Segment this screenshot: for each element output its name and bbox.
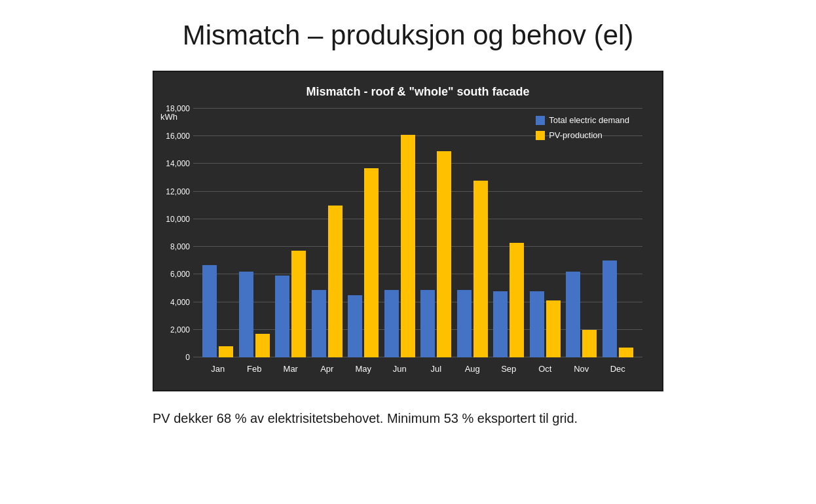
y-tick-label: 12,000 <box>166 187 190 196</box>
month-group: May <box>348 168 379 357</box>
month-bars <box>348 168 379 357</box>
bar-yellow <box>437 151 451 357</box>
bar-yellow <box>582 330 597 357</box>
bars-area: JanFebMarAprMayJunJulAugSepOctNovDec <box>193 109 642 357</box>
month-bars <box>566 272 597 357</box>
month-group: Feb <box>239 272 270 357</box>
legend-item-yellow: PV-production <box>536 130 629 140</box>
month-bars <box>457 181 488 357</box>
bar-yellow <box>510 243 524 357</box>
bar-yellow <box>291 251 306 357</box>
month-group: Jun <box>384 135 415 357</box>
month-label: Feb <box>247 364 261 374</box>
month-group: Sep <box>493 243 524 357</box>
y-tick-label: 10,000 <box>166 215 190 224</box>
chart-container: Mismatch - roof & "whole" south facade k… <box>153 71 663 391</box>
month-group: Nov <box>566 272 597 357</box>
bar-yellow <box>401 135 415 357</box>
bar-blue <box>202 265 217 357</box>
month-bars <box>603 261 633 357</box>
month-group: Mar <box>275 251 306 357</box>
month-label: Aug <box>465 364 480 374</box>
bar-blue <box>603 261 617 357</box>
bar-blue <box>457 290 472 357</box>
month-label: Sep <box>501 364 516 374</box>
month-group: Dec <box>603 261 633 357</box>
bar-blue <box>312 290 326 357</box>
legend-label-blue: Total electric demand <box>549 115 629 125</box>
month-label: Oct <box>538 364 551 374</box>
y-tick-label: 14,000 <box>166 159 190 168</box>
page-title: Mismatch – produksjon og behov (el) <box>183 20 634 51</box>
legend-box-blue <box>536 116 545 125</box>
bar-blue <box>493 291 508 357</box>
y-tick-label: 8,000 <box>170 242 190 251</box>
y-tick-label: 18,000 <box>166 104 190 113</box>
month-bars <box>384 135 415 357</box>
bar-yellow <box>255 334 270 357</box>
month-bars <box>239 272 270 357</box>
month-label: Jan <box>211 364 225 374</box>
month-label: Apr <box>320 364 333 374</box>
bar-blue <box>420 290 435 357</box>
month-label: Nov <box>574 364 589 374</box>
bar-yellow <box>473 181 488 357</box>
y-tick-label: 4,000 <box>170 298 190 307</box>
bar-yellow <box>328 206 343 357</box>
y-axis-label: kWh <box>160 112 177 122</box>
bar-blue <box>348 295 362 357</box>
month-bars <box>312 206 343 357</box>
legend-item-blue: Total electric demand <box>536 115 629 125</box>
bar-blue <box>384 290 399 357</box>
month-group: Jul <box>420 151 451 357</box>
month-bars <box>202 265 233 357</box>
month-label: Mar <box>284 364 298 374</box>
bar-yellow <box>364 168 379 357</box>
legend-label-yellow: PV-production <box>549 130 603 140</box>
footer-text: PV dekker 68 % av elektrisitetsbehovet. … <box>153 411 663 426</box>
y-tick-label: 0 <box>185 353 190 362</box>
bar-blue <box>239 272 253 357</box>
y-tick-label: 6,000 <box>170 270 190 279</box>
chart-title: Mismatch - roof & "whole" south facade <box>193 85 642 99</box>
legend-box-yellow <box>536 131 545 140</box>
month-label: Jun <box>393 364 407 374</box>
bar-blue <box>530 291 544 357</box>
month-bars <box>275 251 306 357</box>
month-group: Aug <box>457 181 488 357</box>
month-group: Apr <box>312 206 343 357</box>
month-group: Oct <box>530 291 561 357</box>
month-bars <box>530 291 561 357</box>
month-label: Jul <box>430 364 441 374</box>
month-bars <box>420 151 451 357</box>
month-bars <box>493 243 524 357</box>
chart-area: kWh 02,0004,0006,0008,00010,00012,00014,… <box>193 109 642 357</box>
month-group: Jan <box>202 265 233 357</box>
bar-yellow <box>219 346 233 357</box>
bar-yellow <box>546 300 561 357</box>
chart-legend: Total electric demand PV-production <box>536 115 629 140</box>
bar-blue <box>275 276 289 357</box>
bar-blue <box>566 272 580 357</box>
bar-yellow <box>619 348 633 357</box>
y-tick-label: 2,000 <box>170 325 190 334</box>
month-label: Dec <box>610 364 625 374</box>
y-tick-label: 16,000 <box>166 132 190 141</box>
month-label: May <box>355 364 371 374</box>
